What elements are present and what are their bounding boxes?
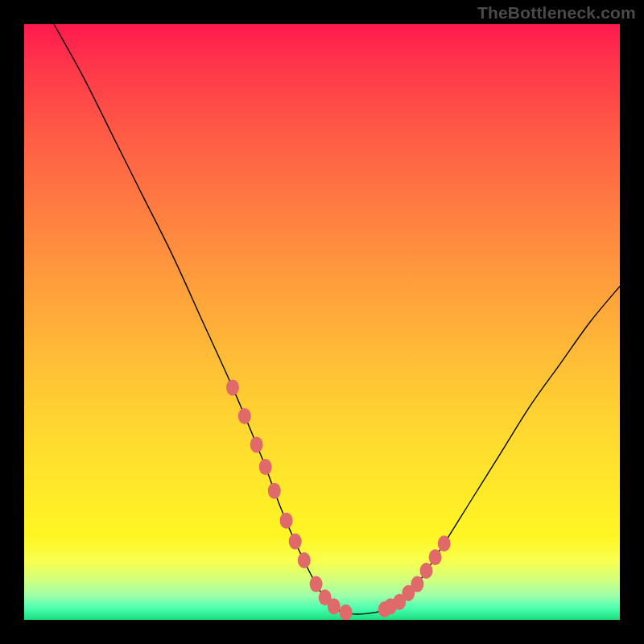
marker-cluster-left (226, 379, 353, 620)
curve-marker (310, 576, 323, 592)
curve-marker (226, 379, 239, 395)
curve-marker (259, 459, 272, 475)
curve-marker (420, 563, 433, 579)
bottleneck-curve (54, 24, 620, 614)
curve-marker (238, 408, 251, 424)
curve-marker (268, 483, 281, 499)
curve-marker (429, 549, 442, 565)
marker-cluster-right (378, 535, 451, 617)
curve-marker (289, 534, 302, 550)
curve-marker (328, 598, 341, 614)
chart-frame: TheBottleneck.com (0, 0, 644, 644)
curve-marker (340, 605, 353, 620)
curve-marker (411, 576, 423, 592)
curve-marker (250, 436, 263, 452)
curve-marker (438, 535, 451, 551)
plot-area (24, 24, 620, 620)
chart-svg (24, 24, 620, 620)
curve-marker (280, 513, 293, 529)
watermark-text: TheBottleneck.com (477, 3, 636, 23)
curve-marker (298, 552, 311, 568)
